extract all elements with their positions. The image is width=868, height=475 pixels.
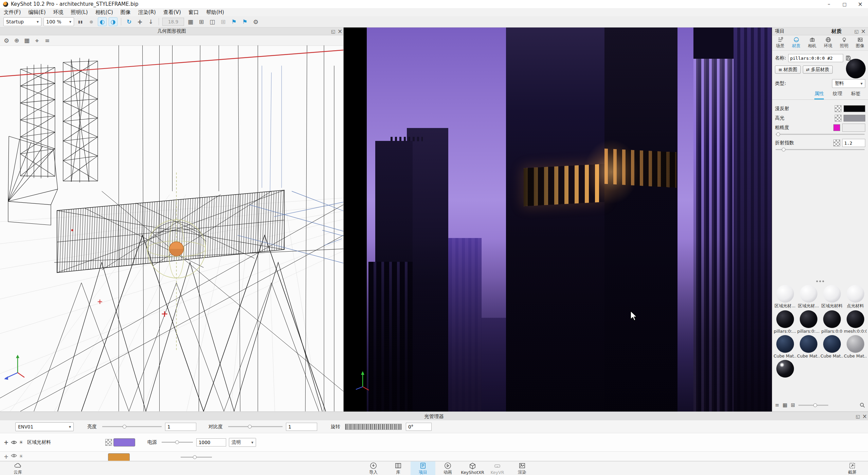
dock-project[interactable]: 项目: [411, 461, 435, 475]
specular-color-swatch[interactable]: [844, 115, 865, 122]
add-light-icon[interactable]: [2, 453, 10, 460]
list-view-icon[interactable]: [775, 402, 779, 408]
light-texture-icon[interactable]: [105, 439, 112, 446]
roughness-slider[interactable]: [776, 134, 865, 135]
menu-edit[interactable]: 编辑(E): [24, 8, 49, 16]
thumbnail-view-icon[interactable]: [791, 402, 795, 408]
roughness-value-field[interactable]: [842, 124, 865, 132]
power-value-field[interactable]: [196, 438, 226, 446]
material-type-dropdown[interactable]: 塑料: [832, 79, 865, 88]
rotation-strip-slider[interactable]: [345, 424, 402, 430]
tab-camera[interactable]: 相机: [804, 37, 820, 49]
focus-selection-icon[interactable]: [33, 36, 41, 45]
library-item[interactable]: pillars:0:...: [797, 310, 820, 334]
power-slider[interactable]: [181, 457, 212, 458]
float-panel-icon[interactable]: [853, 29, 860, 34]
add-light-icon[interactable]: [2, 439, 10, 446]
dock-import[interactable]: 导入: [361, 461, 386, 475]
library-item[interactable]: pillars:0:0: [820, 310, 844, 334]
power-slider[interactable]: [162, 442, 193, 443]
library-item[interactable]: Cube Mat...: [773, 335, 797, 359]
menu-render[interactable]: 渲染(R): [134, 8, 160, 16]
close-panel-icon[interactable]: [337, 28, 343, 35]
specular-texture-icon[interactable]: [835, 115, 842, 122]
geometry-list-icon[interactable]: [43, 36, 52, 45]
thumbnail-size-slider[interactable]: [798, 405, 828, 406]
realtime-render-viewport[interactable]: [344, 28, 772, 412]
library-item[interactable]: Cube Mat...: [820, 335, 844, 359]
close-button[interactable]: [852, 0, 868, 8]
toggle-material-view-icon[interactable]: [98, 17, 107, 26]
contrast-value-field[interactable]: [286, 423, 317, 431]
library-item[interactable]: 区域光材...: [797, 285, 820, 309]
contrast-slider[interactable]: [228, 426, 283, 427]
tab-environment[interactable]: 环境: [820, 37, 836, 49]
settings-gear-icon[interactable]: [251, 17, 260, 26]
subtab-labels[interactable]: 标签: [851, 91, 861, 99]
brightness-slider[interactable]: [102, 426, 162, 427]
split-view-icon[interactable]: [208, 17, 217, 26]
flag-toggle-2-icon[interactable]: [240, 17, 249, 26]
tab-lighting[interactable]: 照明: [836, 37, 852, 49]
snapshot-icon[interactable]: [219, 17, 228, 26]
menu-lighting[interactable]: 照明(L): [67, 8, 92, 16]
material-graph-button[interactable]: 材质图: [775, 66, 801, 74]
subtab-properties[interactable]: 属性: [814, 91, 824, 99]
dock-screenshot[interactable]: 截屏: [840, 461, 865, 475]
region-render-icon[interactable]: [197, 17, 206, 26]
library-item[interactable]: pillars:0:...: [773, 310, 797, 334]
library-item[interactable]: Cube Mat...: [844, 335, 867, 359]
library-item[interactable]: 区域光材...: [773, 285, 797, 309]
ior-texture-icon[interactable]: [833, 140, 840, 146]
library-item[interactable]: [773, 360, 797, 378]
material-preview-sphere[interactable]: [846, 59, 866, 78]
pause-render-icon[interactable]: [76, 17, 85, 26]
brightness-value-field[interactable]: [165, 423, 196, 431]
wireframe-toggle-icon[interactable]: [22, 36, 31, 45]
maximize-button[interactable]: [837, 0, 852, 8]
flag-toggle-1-icon[interactable]: [230, 17, 238, 26]
roughness-texture-swatch[interactable]: [833, 124, 840, 131]
environment-dropdown[interactable]: ENV01: [15, 422, 74, 431]
library-item[interactable]: 点光材料: [844, 285, 867, 309]
reset-camera-icon[interactable]: [125, 17, 133, 26]
library-item[interactable]: 区域光材料: [820, 285, 844, 309]
dock-cloud-library[interactable]: 云库: [5, 461, 30, 475]
float-panel-icon[interactable]: [854, 414, 861, 419]
menu-camera[interactable]: 相机(C): [92, 8, 117, 16]
toggle-environment-view-icon[interactable]: [109, 17, 117, 26]
menu-view[interactable]: 查看(V): [160, 8, 185, 16]
rotation-value-field[interactable]: [406, 423, 432, 431]
dock-library[interactable]: 库: [386, 461, 411, 475]
search-icon[interactable]: [860, 402, 865, 408]
diffuse-texture-icon[interactable]: [835, 105, 842, 112]
grid-overlay-icon[interactable]: [186, 17, 195, 26]
multi-material-button[interactable]: ⇄ 多层材质: [803, 66, 833, 74]
preset-dropdown[interactable]: Startup: [3, 17, 41, 26]
light-color-swatch[interactable]: [108, 453, 130, 461]
dock-keyshotxr[interactable]: KeyShotXR: [460, 461, 485, 475]
dolly-tool-icon[interactable]: [146, 17, 155, 26]
tab-image[interactable]: 图像: [852, 37, 868, 49]
add-geometry-icon[interactable]: [12, 36, 21, 45]
ior-slider[interactable]: [776, 149, 865, 150]
diffuse-color-swatch[interactable]: [844, 105, 865, 112]
library-item[interactable]: mesh:0:0:0: [844, 310, 867, 334]
menu-file[interactable]: 文件(F): [0, 8, 24, 16]
geometry-settings-icon[interactable]: [2, 36, 11, 45]
menu-help[interactable]: 帮助(H): [202, 8, 228, 16]
power-unit-dropdown[interactable]: 流明: [229, 438, 256, 447]
material-name-input[interactable]: [788, 54, 843, 62]
dock-animation[interactable]: 动画: [435, 461, 460, 475]
light-color-swatch[interactable]: [113, 438, 135, 446]
float-panel-icon[interactable]: [330, 29, 337, 34]
dock-keyvr[interactable]: KeyVR: [485, 461, 510, 475]
ior-value-field[interactable]: [842, 139, 865, 147]
library-splitter-handle[interactable]: [819, 280, 821, 282]
geometry-wireframe-canvas[interactable]: [0, 45, 343, 412]
dock-render[interactable]: 渲染: [510, 461, 535, 475]
close-panel-icon[interactable]: [861, 413, 868, 420]
visibility-eye-icon[interactable]: [11, 453, 17, 458]
menu-environment[interactable]: 环境: [50, 8, 67, 16]
pan-tool-icon[interactable]: [135, 17, 144, 26]
